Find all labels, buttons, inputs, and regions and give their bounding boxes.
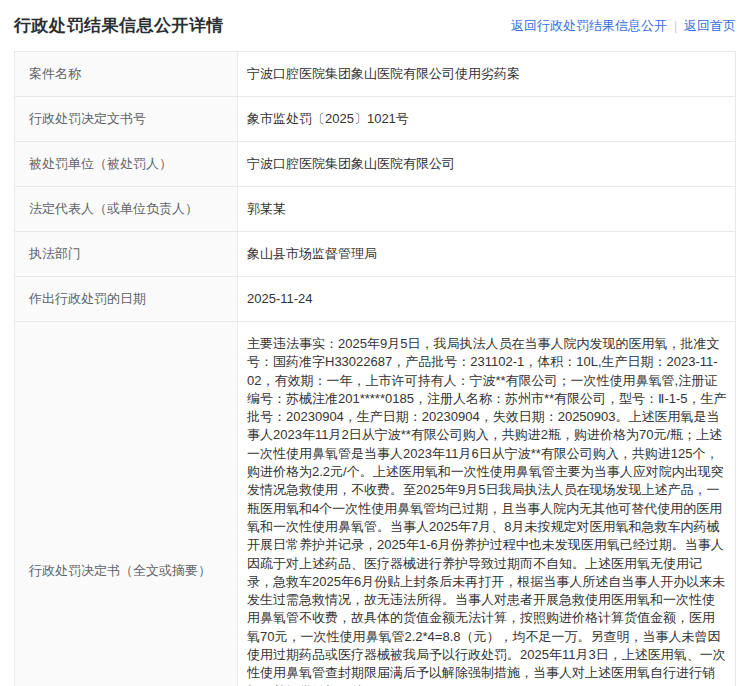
table-row-penalty-date: 作出行政处罚的日期 2025-11-24 — [15, 277, 735, 322]
decision-text-facts-paragraph: 主要违法事实：2025年9月5日，我局执法人员在当事人院内发现的医用氧，批准文号… — [247, 335, 727, 686]
row-value: 郭某某 — [238, 187, 735, 231]
row-label: 作出行政处罚的日期 — [15, 277, 238, 321]
table-row-punished-entity: 被处罚单位（被处罚人） 宁波口腔医院集团象山医院有限公司 — [15, 142, 735, 187]
header-links: 返回行政处罚结果信息公开 | 返回首页 — [511, 17, 736, 35]
table-row-enforcement-department: 执法部门 象山县市场监督管理局 — [15, 232, 735, 277]
table-row-decision-document: 行政处罚决定书（全文或摘要） 主要违法事实：2025年9月5日，我局执法人员在当… — [15, 322, 735, 686]
row-label: 被处罚单位（被处罚人） — [15, 142, 238, 186]
row-label: 行政处罚决定文书号 — [15, 97, 238, 141]
row-label: 执法部门 — [15, 232, 238, 276]
row-label: 法定代表人（或单位负责人） — [15, 187, 238, 231]
row-value: 宁波口腔医院集团象山医院有限公司 — [238, 142, 735, 186]
back-to-home-link[interactable]: 返回首页 — [684, 17, 736, 35]
table-row-decision-doc-number: 行政处罚决定文书号 象市监处罚〔2025〕1021号 — [15, 97, 735, 142]
back-to-list-link[interactable]: 返回行政处罚结果信息公开 — [511, 17, 667, 35]
row-value: 象市监处罚〔2025〕1021号 — [238, 97, 735, 141]
page-header: 行政处罚结果信息公开详情 返回行政处罚结果信息公开 | 返回首页 — [0, 0, 750, 51]
penalty-detail-page: 行政处罚结果信息公开详情 返回行政处罚结果信息公开 | 返回首页 案件名称 宁波… — [0, 0, 750, 686]
link-separator: | — [674, 19, 677, 33]
page-title: 行政处罚结果信息公开详情 — [14, 14, 224, 37]
row-value: 象山县市场监督管理局 — [238, 232, 735, 276]
row-value: 2025-11-24 — [238, 277, 735, 321]
row-value-decision-text: 主要违法事实：2025年9月5日，我局执法人员在当事人院内发现的医用氧，批准文号… — [238, 322, 735, 686]
row-label: 行政处罚决定书（全文或摘要） — [15, 322, 238, 686]
penalty-detail-table: 案件名称 宁波口腔医院集团象山医院有限公司使用劣药案 行政处罚决定文书号 象市监… — [14, 51, 736, 686]
row-value: 宁波口腔医院集团象山医院有限公司使用劣药案 — [238, 52, 735, 96]
table-row-case-name: 案件名称 宁波口腔医院集团象山医院有限公司使用劣药案 — [15, 52, 735, 97]
row-label: 案件名称 — [15, 52, 238, 96]
table-row-legal-representative: 法定代表人（或单位负责人） 郭某某 — [15, 187, 735, 232]
